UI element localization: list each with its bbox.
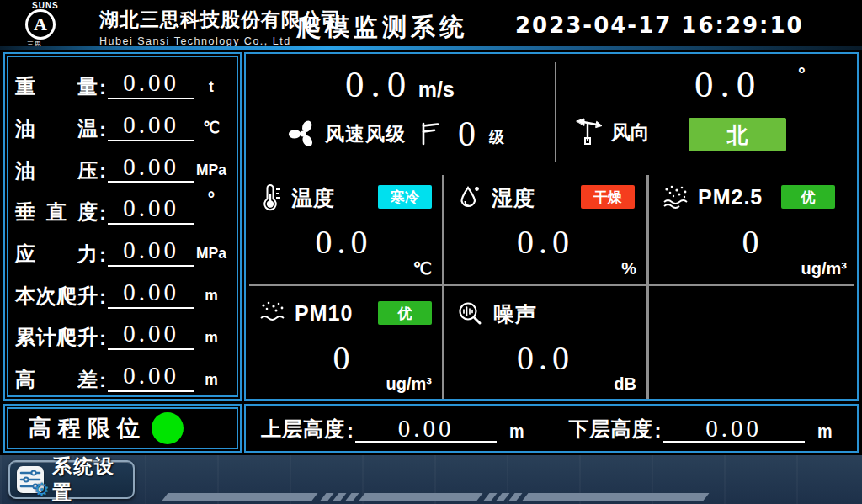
metric-label: 应力 bbox=[15, 242, 98, 267]
particles-icon bbox=[258, 300, 286, 326]
sensor-name: PM2.5 bbox=[698, 185, 763, 210]
thermometer-icon bbox=[258, 183, 283, 212]
metric-label: 累计爬升 bbox=[15, 326, 98, 350]
sensor-value: 0.0 bbox=[246, 222, 442, 262]
sensor-name: 湿度 bbox=[492, 184, 535, 212]
header-divider bbox=[0, 46, 862, 50]
heights-panel: 上层高度: 0.00 m 下层高度: 0.00 m bbox=[244, 404, 859, 453]
metric-label: 垂直度 bbox=[15, 200, 98, 225]
taskbar: ⚙ 系统设置 bbox=[0, 455, 862, 504]
elevation-status-light bbox=[152, 412, 184, 444]
metric-unit: MPa bbox=[196, 241, 227, 266]
logo-mark-icon: A bbox=[25, 9, 56, 40]
sensor-value: 0 bbox=[649, 222, 857, 262]
page-title: 爬模监测系统 bbox=[296, 11, 468, 45]
wind-direction-unit: ° bbox=[798, 64, 806, 86]
taskbar-stripe bbox=[522, 493, 709, 501]
taskbar-stripe bbox=[359, 493, 482, 501]
metric-unit: m bbox=[196, 283, 227, 308]
app-window: SUNS A 三思 湖北三思科技股份有限公司 Hubei Sansi Techn… bbox=[0, 0, 862, 504]
taskbar-stripe bbox=[333, 493, 346, 501]
sensor-unit: dB bbox=[614, 374, 636, 394]
metric-row-current-climb: 本次爬升: 0.00 m bbox=[15, 272, 228, 309]
sensor-name: 噪声 bbox=[493, 300, 537, 328]
sensor-value: 0.0 bbox=[444, 222, 646, 262]
metric-value: 0.00 bbox=[108, 321, 194, 350]
upper-height-label: 上层高度 bbox=[261, 416, 345, 443]
upper-height-unit: m bbox=[509, 421, 524, 443]
wind-level-icon bbox=[418, 120, 443, 147]
metric-row-oil-pressure: 油压: 0.00 MPa bbox=[15, 146, 228, 183]
wind-speed-section: 0.0 m/s 风速风级 bbox=[246, 54, 554, 168]
datetime-display: 2023-04-17 16:29:10 bbox=[515, 13, 804, 38]
wind-direction-label: 风向 bbox=[611, 119, 650, 146]
settings-button[interactable]: ⚙ 系统设置 bbox=[8, 460, 135, 499]
sensor-name: 温度 bbox=[291, 184, 335, 212]
metric-label: 油温 bbox=[15, 117, 98, 141]
metric-row-stress: 应力: 0.00 MPa bbox=[15, 230, 228, 267]
wind-direction-section: 0.0 ° 风向 北 bbox=[556, 54, 857, 168]
metric-unit: m bbox=[196, 367, 227, 392]
sensor-cell-temperature: 温度 寒冷 0.0 ℃ bbox=[246, 170, 442, 284]
settings-sliders-icon: ⚙ bbox=[17, 466, 44, 493]
sensor-unit: ug/m³ bbox=[386, 374, 432, 394]
header: SUNS A 三思 湖北三思科技股份有限公司 Hubei Sansi Techn… bbox=[0, 0, 862, 46]
main-panel: 0.0 m/s 风速风级 bbox=[244, 52, 859, 401]
lower-height-value: 0.00 bbox=[663, 416, 805, 443]
taskbar-stripe bbox=[483, 493, 497, 501]
metric-value: 0.00 bbox=[108, 154, 194, 183]
metric-value: 0.00 bbox=[108, 195, 194, 225]
metric-row-weight: 重量: 0.00 t bbox=[15, 62, 228, 99]
metric-label: 重量 bbox=[15, 75, 98, 99]
taskbar-stripe bbox=[320, 493, 333, 501]
wind-direction-badge: 北 bbox=[689, 118, 786, 151]
lower-height-group: 下层高度: 0.00 m bbox=[569, 416, 833, 443]
taskbar-stripe bbox=[162, 493, 317, 501]
wind-level-unit: 级 bbox=[489, 127, 504, 147]
upper-height-value: 0.00 bbox=[355, 416, 497, 443]
metric-row-height-diff: 高差: 0.00 m bbox=[15, 355, 228, 392]
metrics-panel: 重量: 0.00 t 油温: 0.00 ℃ 油压: 0.00 MPa 垂直度: … bbox=[3, 52, 242, 401]
taskbar-stripe bbox=[345, 493, 359, 501]
metric-unit: ℃ bbox=[196, 115, 227, 141]
sensor-unit: ℃ bbox=[413, 258, 432, 279]
metric-unit: MPa bbox=[196, 157, 227, 183]
elevation-limit-panel: 高程限位 bbox=[3, 404, 242, 453]
sensor-unit: % bbox=[621, 259, 636, 279]
taskbar-stripe bbox=[496, 493, 509, 501]
taskbar-stripe bbox=[508, 493, 522, 501]
upper-height-group: 上层高度: 0.00 m bbox=[261, 416, 525, 443]
sensor-badge: 优 bbox=[781, 185, 835, 209]
sensor-cell-pm10: PM10 优 0 ug/m³ bbox=[246, 286, 442, 399]
lower-height-unit: m bbox=[817, 421, 833, 443]
metric-unit: t bbox=[196, 74, 227, 99]
wind-vane-icon bbox=[574, 118, 604, 146]
metric-label: 本次爬升 bbox=[15, 284, 98, 309]
wind-direction-value: 0.0 bbox=[694, 63, 762, 105]
sensor-cell-empty bbox=[649, 286, 857, 399]
metric-unit: ° bbox=[196, 188, 227, 210]
sensor-name: PM10 bbox=[295, 301, 353, 326]
sensor-cell-pm25: PM2.5 优 0 ug/m³ bbox=[649, 170, 857, 284]
metric-value: 0.00 bbox=[108, 237, 194, 267]
sensor-value: 0.0 bbox=[444, 338, 646, 378]
metric-row-total-climb: 累计爬升: 0.00 m bbox=[15, 313, 228, 350]
sensor-unit: ug/m³ bbox=[801, 259, 847, 279]
lower-height-label: 下层高度 bbox=[569, 416, 653, 443]
settings-label: 系统设置 bbox=[52, 454, 133, 504]
droplet-icon bbox=[456, 183, 483, 212]
elevation-limit-label: 高程限位 bbox=[29, 413, 146, 443]
sensor-badge: 干燥 bbox=[581, 185, 635, 209]
metric-value: 0.00 bbox=[108, 279, 194, 309]
metric-label: 油压 bbox=[15, 159, 98, 183]
wind-speed-unit: m/s bbox=[418, 77, 455, 101]
metric-value: 0.00 bbox=[108, 70, 194, 99]
sensor-value: 0 bbox=[246, 338, 442, 378]
metric-value: 0.00 bbox=[108, 363, 194, 392]
wind-speed-label: 风速风级 bbox=[325, 121, 406, 147]
fan-icon bbox=[288, 119, 318, 149]
wind-speed-value: 0.0 bbox=[345, 63, 412, 105]
metric-row-verticality: 垂直度: 0.00 ° bbox=[15, 188, 228, 225]
wind-level-value: 0 bbox=[458, 116, 476, 151]
particles-icon bbox=[661, 183, 689, 210]
